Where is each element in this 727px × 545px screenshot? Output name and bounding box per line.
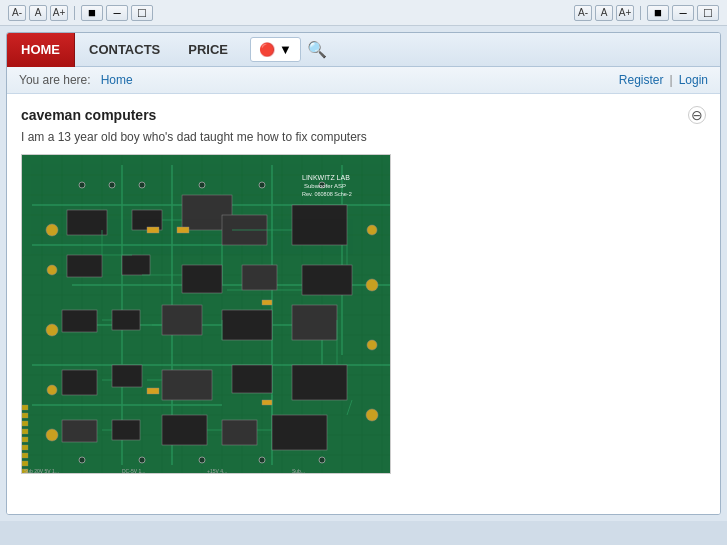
- post-header: caveman computers ⊖: [21, 106, 706, 124]
- svg-text:+15V 4...: +15V 4...: [207, 468, 227, 474]
- auth-links: Register | Login: [619, 73, 708, 87]
- font-increase-btn-2[interactable]: A+: [616, 5, 634, 21]
- svg-point-78: [367, 340, 377, 350]
- svg-rect-96: [22, 421, 28, 426]
- nav-dropdown[interactable]: 🔴 ▼: [250, 37, 301, 62]
- svg-point-79: [366, 409, 378, 421]
- post-collapse-button[interactable]: ⊖: [688, 106, 706, 124]
- square-icon-1: ■: [88, 5, 96, 20]
- font-increase-btn-1[interactable]: A+: [50, 5, 68, 21]
- svg-rect-49: [67, 255, 102, 277]
- svg-rect-55: [302, 265, 352, 295]
- nav-item-contacts[interactable]: CONTACTS: [75, 33, 174, 67]
- svg-rect-68: [162, 415, 207, 445]
- svg-rect-97: [22, 429, 28, 434]
- breadcrumb: You are here: Home: [19, 73, 133, 87]
- svg-rect-103: [147, 227, 159, 233]
- svg-rect-94: [22, 405, 28, 410]
- svg-rect-98: [22, 437, 28, 442]
- svg-rect-50: [122, 255, 150, 275]
- square-icon-2: □: [138, 5, 146, 20]
- svg-rect-53: [182, 265, 222, 293]
- svg-rect-65: [292, 365, 347, 400]
- toolbar-dash-1[interactable]: –: [106, 5, 128, 21]
- dash-icon-1: –: [113, 5, 120, 20]
- svg-text:Rev. 060808 Sche-2: Rev. 060808 Sche-2: [302, 191, 352, 197]
- search-button[interactable]: 🔍: [307, 40, 327, 59]
- svg-text:Sub 20V 5V 1...: Sub 20V 5V 1...: [24, 468, 59, 474]
- svg-rect-99: [22, 445, 28, 450]
- toolbar-square-2[interactable]: □: [131, 5, 153, 21]
- main-container: HOME CONTACTS PRICE 🔴 ▼ 🔍 You are here: …: [0, 26, 727, 521]
- content-area: caveman computers ⊖ I am a 13 year old b…: [7, 94, 720, 514]
- register-link[interactable]: Register: [619, 73, 664, 87]
- svg-point-71: [46, 224, 58, 236]
- font-decrease-btn-2[interactable]: A-: [574, 5, 592, 21]
- svg-rect-104: [177, 227, 189, 233]
- svg-rect-46: [67, 210, 107, 235]
- toolbar-separator-2: [640, 6, 641, 20]
- svg-rect-107: [262, 400, 272, 405]
- svg-point-82: [139, 182, 145, 188]
- toolbar-separator-1: [74, 6, 75, 20]
- post-description: I am a 13 year old boy who's dad taught …: [21, 130, 706, 144]
- svg-rect-106: [147, 388, 159, 394]
- svg-rect-60: [292, 305, 337, 340]
- svg-rect-101: [22, 461, 28, 466]
- toolbar-square-3[interactable]: ■: [647, 5, 669, 21]
- svg-point-83: [199, 182, 205, 188]
- browser-window: HOME CONTACTS PRICE 🔴 ▼ 🔍 You are here: …: [6, 32, 721, 515]
- circuit-board-image: LINKWITZ LAB Subwoofer ASP Rev. 060808 S…: [22, 155, 391, 474]
- nav-item-price[interactable]: PRICE: [174, 33, 242, 67]
- svg-text:LINKWITZ LAB: LINKWITZ LAB: [302, 174, 350, 181]
- svg-rect-105: [262, 300, 272, 305]
- svg-point-87: [139, 457, 145, 463]
- svg-rect-100: [22, 453, 28, 458]
- breadcrumb-home-link[interactable]: Home: [101, 73, 133, 87]
- post-title: caveman computers: [21, 107, 156, 123]
- svg-rect-66: [62, 420, 97, 442]
- breadcrumb-prefix: You are here:: [19, 73, 91, 87]
- svg-point-89: [259, 457, 265, 463]
- square-icon-4: □: [704, 5, 712, 20]
- svg-rect-70: [272, 415, 327, 450]
- svg-rect-54: [242, 265, 277, 290]
- svg-point-76: [367, 225, 377, 235]
- dash-icon-2: –: [679, 5, 686, 20]
- svg-point-86: [79, 457, 85, 463]
- svg-rect-61: [62, 370, 97, 395]
- svg-point-75: [46, 429, 58, 441]
- svg-point-73: [46, 324, 58, 336]
- circuit-board-svg: LINKWITZ LAB Subwoofer ASP Rev. 060808 S…: [22, 155, 391, 474]
- login-link[interactable]: Login: [679, 73, 708, 87]
- svg-text:Subwoofer ASP: Subwoofer ASP: [304, 183, 346, 189]
- svg-rect-59: [222, 310, 272, 340]
- svg-rect-67: [112, 420, 140, 440]
- nav-item-home[interactable]: HOME: [7, 33, 75, 67]
- toolbar-square-4[interactable]: □: [697, 5, 719, 21]
- svg-point-72: [47, 265, 57, 275]
- breadcrumb-bar: You are here: Home Register | Login: [7, 67, 720, 94]
- svg-point-77: [366, 279, 378, 291]
- auth-separator: |: [670, 73, 673, 87]
- svg-rect-63: [162, 370, 212, 400]
- dropdown-arrow-icon: ▼: [279, 42, 292, 57]
- svg-rect-56: [62, 310, 97, 332]
- font-normal-btn-1[interactable]: A: [29, 5, 47, 21]
- svg-point-88: [199, 457, 205, 463]
- svg-rect-69: [222, 420, 257, 445]
- svg-text:Sub...: Sub...: [292, 468, 305, 474]
- svg-text:DC-5V 1...: DC-5V 1...: [122, 468, 145, 474]
- svg-rect-64: [232, 365, 272, 393]
- toolbar-square-1[interactable]: ■: [81, 5, 103, 21]
- toolbar-dash-2[interactable]: –: [672, 5, 694, 21]
- font-normal-btn-2[interactable]: A: [595, 5, 613, 21]
- svg-point-80: [79, 182, 85, 188]
- font-decrease-btn-1[interactable]: A-: [8, 5, 26, 21]
- nav-bar: HOME CONTACTS PRICE 🔴 ▼ 🔍: [7, 33, 720, 67]
- square-icon-3: ■: [654, 5, 662, 20]
- svg-point-74: [47, 385, 57, 395]
- svg-rect-58: [162, 305, 202, 335]
- svg-rect-52: [292, 205, 347, 245]
- svg-rect-57: [112, 310, 140, 330]
